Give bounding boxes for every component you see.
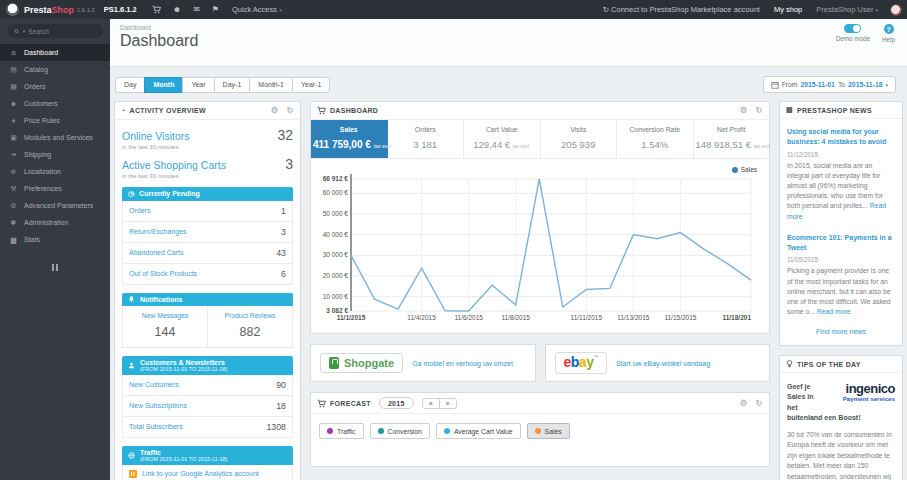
kpi-net-profit-tab[interactable]: Net Profit 148 918,51 € tax excl. bbox=[694, 120, 770, 158]
legend-dot-sales bbox=[732, 167, 738, 173]
sidebar-item-localization[interactable]: ⊕Localization bbox=[0, 163, 110, 180]
legend-label: Sales bbox=[741, 166, 757, 173]
sidebar-item-preferences[interactable]: ⚒Preferences bbox=[0, 180, 110, 197]
shopgate-ad-link[interactable]: Ga mobiel en verhoog uw omzet bbox=[412, 360, 513, 367]
find-more-news-link[interactable]: Find more news bbox=[787, 328, 895, 335]
sidebar-item-label: Price Rules bbox=[24, 117, 60, 124]
next-year-button[interactable]: » bbox=[439, 398, 457, 409]
sidebar-item-price-rules[interactable]: ♦Price Rules bbox=[0, 112, 110, 129]
brand-name: PrestaShop bbox=[24, 5, 74, 15]
svg-text:40 000 €: 40 000 € bbox=[323, 231, 349, 238]
help-control[interactable]: ? Help bbox=[882, 24, 895, 43]
svg-text:11/4/2015: 11/4/2015 bbox=[407, 314, 436, 321]
demo-mode-control[interactable]: Demo mode bbox=[836, 24, 870, 43]
user-avatar[interactable] bbox=[890, 4, 902, 16]
sidebar-item-stats[interactable]: ▆Stats bbox=[0, 231, 110, 248]
news-article-title[interactable]: Using social media for your business: 4 … bbox=[787, 127, 895, 147]
sidebar-item-dashboard[interactable]: ⌂Dashboard bbox=[0, 44, 110, 61]
main-area: Dashboard Dashboard Demo mode ? Help Day… bbox=[110, 19, 907, 480]
pending-row-link[interactable]: Abandoned Carts bbox=[129, 249, 183, 256]
period-day-1-button[interactable]: Day-1 bbox=[214, 77, 251, 93]
new-messages-cell[interactable]: New Messages 144 bbox=[123, 306, 207, 347]
user-menu[interactable]: PrestaShop User ▾ bbox=[816, 5, 878, 14]
previous-year-button[interactable]: « bbox=[422, 398, 440, 409]
gear-icon[interactable]: ⚙ bbox=[740, 106, 748, 115]
cart-icon bbox=[317, 106, 326, 115]
google-analytics-link[interactable]: Link to your Google Analytics account bbox=[142, 470, 259, 477]
shopgate-ad[interactable]: Shopgate Ga mobiel en verhoog uw omzet bbox=[310, 344, 536, 382]
toggle-traffic[interactable]: Traffic bbox=[319, 423, 364, 439]
period-year-1-button[interactable]: Year-1 bbox=[292, 77, 330, 93]
quick-access-menu[interactable]: Quick Access ▾ bbox=[232, 5, 282, 14]
toggle-average-cart-value[interactable]: Average Cart Value bbox=[436, 423, 521, 439]
sidebar-item-modules[interactable]: ▣Modules and Services bbox=[0, 129, 110, 146]
kpi-orders-tab[interactable]: Orders 3 181 bbox=[388, 120, 465, 158]
news-article-excerpt: Picking a payment provider is one of the… bbox=[787, 266, 895, 317]
sidebar-item-shipping[interactable]: ➔Shipping bbox=[0, 146, 110, 163]
kpi-label: Cart Value bbox=[466, 126, 538, 133]
kpi-cart-value-tab[interactable]: Cart Value 129,44 € tax excl. bbox=[464, 120, 541, 158]
shopgate-brand-name: Shopgate bbox=[344, 357, 394, 369]
collapse-sidebar-icon[interactable] bbox=[0, 257, 110, 275]
period-month-1-button[interactable]: Month-1 bbox=[249, 77, 293, 93]
gear-icon[interactable]: ⚙ bbox=[271, 106, 279, 115]
kpi-conversion-rate-tab[interactable]: Conversion Rate 1.54% bbox=[617, 120, 694, 158]
toggle-conversion[interactable]: Conversion bbox=[370, 423, 430, 439]
toggle-label: Traffic bbox=[337, 428, 356, 435]
kpi-value: 3 181 bbox=[390, 139, 462, 150]
customer-icon[interactable]: ☻ bbox=[173, 5, 181, 14]
sidebar-item-label: Catalog bbox=[24, 66, 48, 73]
sidebar-search[interactable]: ▾ bbox=[7, 24, 103, 38]
help-icon[interactable]: ? bbox=[884, 24, 894, 34]
pending-row-link[interactable]: Return/Exchanges bbox=[129, 228, 187, 235]
pending-row-link[interactable]: Out of Stock Products bbox=[129, 270, 197, 277]
sidebar-item-label: Administration bbox=[24, 219, 68, 226]
kpi-visits-tab[interactable]: Visits 205 939 bbox=[541, 120, 618, 158]
flag-icon[interactable]: ⚑ bbox=[212, 5, 219, 14]
marketplace-link[interactable]: ↻ Connect to PrestaShop Marketplace acco… bbox=[603, 5, 760, 14]
product-reviews-cell[interactable]: Product Reviews 882 bbox=[207, 306, 292, 347]
cart-icon[interactable] bbox=[152, 5, 161, 14]
refresh-icon[interactable]: ↻ bbox=[756, 399, 763, 408]
brand-presta: Presta bbox=[24, 5, 52, 15]
sidebar-item-orders[interactable]: ▦Orders bbox=[0, 78, 110, 95]
ebay-ad[interactable]: ebay™ Start uw eBay-winkel vandaag bbox=[545, 344, 771, 382]
period-year-button[interactable]: Year bbox=[182, 77, 214, 93]
puzzle-icon: ▣ bbox=[9, 134, 18, 142]
period-day-button[interactable]: Day bbox=[115, 77, 145, 93]
top-bar: PrestaShop 1.6.1.2 PS1.6.1.2 ☻ ✉ ⚑ Quick… bbox=[0, 0, 907, 19]
demo-mode-toggle[interactable] bbox=[844, 24, 861, 33]
refresh-icon[interactable]: ↻ bbox=[287, 106, 294, 115]
sidebar-item-customers[interactable]: ☻Customers bbox=[0, 95, 110, 112]
search-input[interactable] bbox=[28, 28, 96, 35]
ebay-ad-link[interactable]: Start uw eBay-winkel vandaag bbox=[616, 360, 710, 367]
refresh-icon[interactable]: ↻ bbox=[756, 106, 763, 115]
news-article-title[interactable]: Ecommerce 101: Payments in a Tweet bbox=[787, 233, 895, 253]
sidebar-item-administration[interactable]: ✱Administration bbox=[0, 214, 110, 231]
breadcrumb[interactable]: Dashboard bbox=[120, 24, 198, 31]
customers-row-link[interactable]: New Subscriptions bbox=[129, 402, 187, 409]
date-range-picker[interactable]: From 2015-11-01 To 2015-11-18 ▾ bbox=[763, 76, 896, 93]
newspaper-icon: ▤ bbox=[786, 106, 793, 114]
period-month-button[interactable]: Month bbox=[144, 77, 183, 93]
mail-icon[interactable]: ✉ bbox=[193, 5, 200, 14]
sidebar-item-advanced-parameters[interactable]: ⚙Advanced Parameters bbox=[0, 197, 110, 214]
sidebar-item-catalog[interactable]: ▤Catalog bbox=[0, 61, 110, 78]
tip-content[interactable]: ingenico Payment services Geef je Sales … bbox=[780, 373, 902, 480]
toggle-sales[interactable]: Sales bbox=[527, 423, 570, 439]
notifications-header: Notifications bbox=[122, 293, 293, 306]
chart-legend[interactable]: Sales bbox=[732, 166, 757, 173]
shop-version-link[interactable]: PS1.6.1.2 bbox=[104, 5, 137, 14]
active-carts-link[interactable]: Active Shopping Carts bbox=[122, 159, 226, 171]
online-visitors-link[interactable]: Online Visitors bbox=[122, 130, 190, 142]
pending-row-link[interactable]: Orders bbox=[129, 207, 150, 214]
topbar-right: ↻ Connect to PrestaShop Marketplace acco… bbox=[596, 4, 907, 16]
read-more-link[interactable]: Read more bbox=[817, 308, 851, 315]
gear-icon[interactable]: ⚙ bbox=[740, 399, 748, 408]
customers-row-link[interactable]: Total Subscribers bbox=[129, 423, 183, 430]
my-shop-link[interactable]: My shop bbox=[774, 5, 802, 14]
prestashop-news-panel: ▤ PRESTASHOP NEWS Using social media for… bbox=[779, 101, 903, 346]
kpi-sales-tab[interactable]: Sales 411 759,00 € tax excl. bbox=[311, 120, 388, 158]
customers-row-link[interactable]: New Customers bbox=[129, 381, 179, 388]
kpi-value: 148 918,51 € tax excl. bbox=[696, 139, 768, 150]
